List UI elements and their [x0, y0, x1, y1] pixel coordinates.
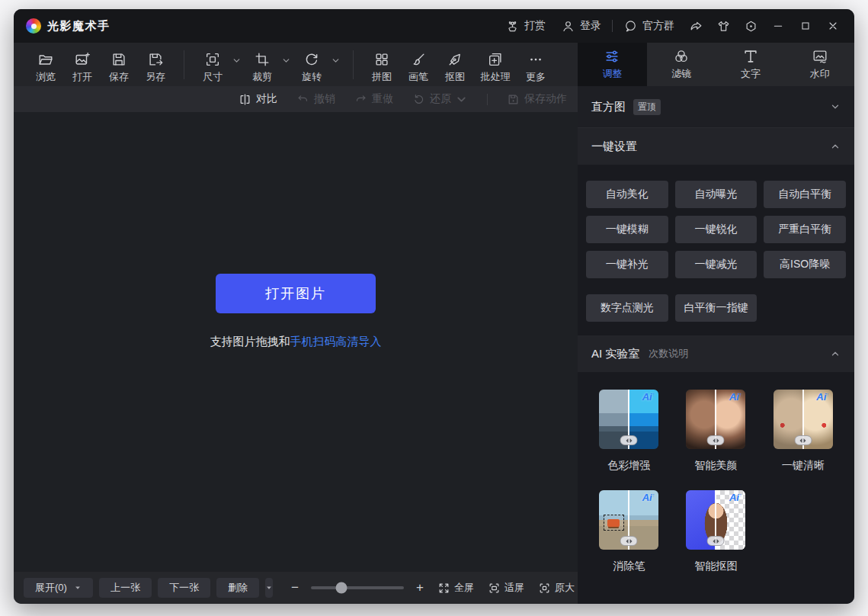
- redo-button[interactable]: 重做: [354, 92, 393, 106]
- white-balance-one-touch-button[interactable]: 白平衡一指键: [675, 294, 757, 322]
- zoom-in-button[interactable]: +: [415, 580, 425, 595]
- minimize-button[interactable]: [764, 14, 792, 37]
- one-click-blur-button[interactable]: 一键模糊: [586, 216, 668, 243]
- expand-list-button[interactable]: 展开(0): [24, 578, 93, 598]
- compare-label: 对比: [256, 92, 277, 106]
- open-button[interactable]: 打开: [64, 46, 101, 84]
- official-group-button[interactable]: 官方群: [616, 14, 682, 37]
- more-button[interactable]: 更多: [517, 46, 554, 84]
- open-image-button[interactable]: 打开图片: [216, 274, 376, 313]
- ai-color-enhance[interactable]: Ai 色彩增强: [585, 390, 672, 473]
- crop-dropdown-caret[interactable]: [281, 56, 291, 66]
- eraser-pen-thumbnail[interactable]: Ai: [599, 490, 658, 550]
- ai-smart-beauty[interactable]: Ai 智能美颜: [672, 390, 759, 473]
- auto-white-balance-button[interactable]: 自动白平衡: [764, 181, 846, 208]
- auto-exposure-button[interactable]: 自动曝光: [675, 181, 757, 208]
- restore-button[interactable]: 还原: [412, 92, 468, 106]
- watermark-icon: [812, 48, 828, 65]
- settings-button[interactable]: [737, 14, 764, 37]
- theme-skin-button[interactable]: [709, 14, 737, 37]
- one-click-button-grid: 自动美化 自动曝光 自动白平衡 一键模糊 一键锐化 严重白平衡 一键补光 一键减…: [578, 165, 854, 335]
- smart-cutout-thumbnail[interactable]: Ai: [686, 490, 745, 550]
- one-click-chevron-up-icon[interactable]: [830, 141, 841, 152]
- titlebar-separator: [612, 20, 613, 32]
- zoom-out-button[interactable]: −: [290, 580, 300, 595]
- ai-lab-section-header[interactable]: AI 实验室 次数说明: [578, 335, 854, 372]
- tab-adjust[interactable]: 调整: [578, 43, 647, 86]
- save-as-label: 另存: [146, 70, 165, 84]
- pin-badge[interactable]: 置顶: [633, 99, 661, 115]
- redo-label: 重做: [372, 92, 393, 106]
- save-button[interactable]: 保存: [101, 46, 137, 84]
- digital-spot-metering-button[interactable]: 数字点测光: [586, 294, 668, 322]
- fit-screen-button[interactable]: 适屏: [488, 581, 524, 595]
- ai-smart-cutout[interactable]: Ai 智能抠图: [672, 490, 759, 573]
- maximize-button[interactable]: [792, 14, 819, 37]
- original-size-button[interactable]: 原大: [538, 581, 575, 595]
- ai-one-click-clarity[interactable]: Ai 一键清晰: [760, 390, 847, 473]
- one-click-fill-light-button[interactable]: 一键补光: [586, 251, 668, 278]
- delete-caret-icon: [265, 584, 273, 592]
- smart-cutout-label: 智能抠图: [694, 560, 737, 573]
- resize-button[interactable]: 尺寸: [194, 46, 231, 84]
- ai-lab-chevron-up-icon[interactable]: [830, 348, 841, 359]
- tab-watermark-label: 水印: [810, 67, 830, 81]
- ai-badge: Ai: [729, 391, 742, 403]
- ai-eraser-pen[interactable]: Ai 消除笔: [585, 490, 672, 573]
- undo-button[interactable]: 撤销: [296, 92, 335, 106]
- collage-label: 拼图: [372, 70, 392, 84]
- cutout-button[interactable]: 抠图: [437, 46, 473, 84]
- rotate-button[interactable]: 旋转: [293, 46, 330, 84]
- smart-beauty-thumbnail[interactable]: Ai: [686, 390, 745, 449]
- collage-button[interactable]: 拼图: [364, 46, 400, 84]
- brush-button[interactable]: 画笔: [400, 46, 437, 84]
- browse-button[interactable]: 浏览: [27, 46, 64, 84]
- high-iso-denoise-button[interactable]: 高ISO降噪: [764, 251, 846, 278]
- delete-dropdown-button[interactable]: [265, 578, 273, 598]
- fit-screen-label: 适屏: [504, 581, 524, 595]
- floppy-icon: [111, 51, 127, 68]
- next-image-button[interactable]: 下一张: [158, 578, 210, 598]
- one-click-section-header[interactable]: 一键设置: [578, 128, 854, 165]
- delete-button[interactable]: 删除: [216, 578, 259, 598]
- color-enhance-thumbnail[interactable]: Ai: [599, 390, 658, 449]
- save-label: 保存: [109, 70, 129, 84]
- save-action-button[interactable]: 保存动作: [507, 92, 567, 106]
- auto-beautify-button[interactable]: 自动美化: [586, 181, 668, 208]
- compare-button[interactable]: 对比: [239, 92, 277, 106]
- user-icon: [561, 19, 575, 34]
- compare-handle[interactable]: [620, 435, 638, 445]
- zoom-slider[interactable]: [311, 586, 404, 589]
- tab-filter[interactable]: 滤镜: [647, 43, 716, 86]
- tab-watermark[interactable]: 水印: [785, 43, 854, 86]
- compare-handle[interactable]: [620, 536, 638, 546]
- resize-dropdown-caret[interactable]: [232, 56, 242, 66]
- save-as-button[interactable]: 另存: [137, 46, 174, 84]
- reward-button[interactable]: 打赏: [498, 14, 553, 37]
- batch-button[interactable]: 批处理: [473, 46, 517, 84]
- restore-dropdown-caret[interactable]: [455, 93, 468, 106]
- crop-button[interactable]: 裁剪: [244, 46, 280, 84]
- zoom-slider-knob[interactable]: [336, 582, 348, 594]
- compare-handle[interactable]: [707, 536, 725, 546]
- close-button[interactable]: [819, 14, 847, 37]
- tab-text[interactable]: 文字: [716, 43, 786, 86]
- histogram-section-header[interactable]: 直方图 置顶: [578, 86, 854, 128]
- one-click-sharpen-button[interactable]: 一键锐化: [675, 216, 757, 243]
- prev-image-button[interactable]: 上一张: [99, 578, 152, 598]
- phone-import-link[interactable]: 手机扫码高清导入: [290, 335, 382, 348]
- rotate-dropdown-caret[interactable]: [331, 56, 341, 66]
- ai-usage-info-link[interactable]: 次数说明: [649, 347, 688, 361]
- one-click-dim-light-button[interactable]: 一键减光: [675, 251, 757, 278]
- login-button[interactable]: 登录: [553, 14, 609, 37]
- compare-handle[interactable]: [794, 435, 812, 445]
- compare-handle[interactable]: [707, 435, 725, 445]
- clarity-thumbnail[interactable]: Ai: [774, 390, 833, 449]
- ai-badge: Ai: [729, 492, 742, 503]
- severe-white-balance-button[interactable]: 严重白平衡: [764, 216, 846, 243]
- fullscreen-button[interactable]: 全屏: [437, 581, 474, 595]
- floppy-arrow-icon: [147, 51, 164, 68]
- next-label: 下一张: [169, 581, 199, 595]
- histogram-chevron-down-icon[interactable]: [830, 101, 841, 112]
- share-button[interactable]: [682, 14, 709, 37]
